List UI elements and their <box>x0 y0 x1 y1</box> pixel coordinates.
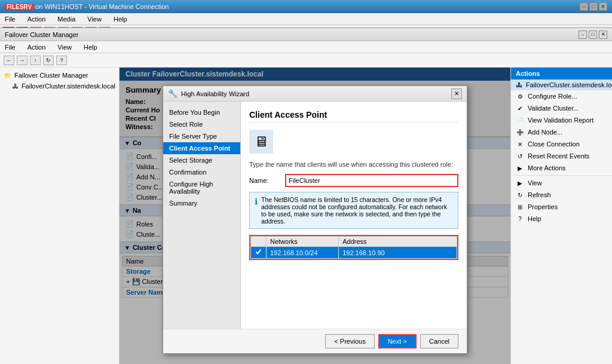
configure-role-icon: ⚙ <box>516 92 524 100</box>
vm-minimize-btn[interactable]: – <box>580 2 588 11</box>
action-properties[interactable]: ⊞ Properties <box>511 201 612 213</box>
configure-role-label: Configure Role... <box>528 93 577 100</box>
action-cluster-label[interactable]: 🖧 FailoverCluster.sistemdesk.local ▲ <box>511 79 612 90</box>
action-cluster-icon: 🖧 <box>516 81 522 88</box>
sidebar-item-root[interactable]: 📁 Failover Cluster Manager <box>0 70 119 81</box>
action-reset-events[interactable]: ↺ Reset Recent Events <box>511 150 612 162</box>
vm-title: FILESRV on WIN11HOST - Virtual Machine C… <box>5 3 580 10</box>
action-validate-cluster[interactable]: ✔ Validate Cluster... <box>511 102 612 114</box>
vm-menu-media[interactable]: Media <box>55 14 78 24</box>
fcm-title: Failover Cluster Manager <box>5 31 79 38</box>
properties-icon: ⊞ <box>516 203 524 211</box>
fcm-titlebar-btns: – □ ✕ <box>579 30 607 39</box>
action-add-node[interactable]: ➕ Add Node... <box>511 126 612 138</box>
action-cluster-text: FailoverCluster.sistemdesk.local <box>526 81 612 88</box>
network-table: Networks Address <box>250 236 457 259</box>
vm-menu-view[interactable]: View <box>85 14 104 24</box>
fcm-minimize-btn[interactable]: – <box>579 30 587 39</box>
properties-label: Properties <box>528 203 558 210</box>
fcm-menu-action[interactable]: Action <box>25 42 48 52</box>
close-connection-icon: ✕ <box>516 140 524 148</box>
fcm-tb-back[interactable]: ← <box>4 56 14 65</box>
add-node-label: Add Node... <box>528 129 562 136</box>
action-view-validation[interactable]: 📄 View Validation Report <box>511 114 612 126</box>
add-node-icon: ➕ <box>516 128 524 136</box>
vm-titlebar-buttons: – □ ✕ <box>580 2 607 11</box>
cluster-icon: 🖧 <box>12 82 19 90</box>
fcm-main: Cluster FailoverCluster.sistemdesk.local… <box>120 68 510 364</box>
action-help[interactable]: ? Help <box>511 213 612 225</box>
validate-label: Validate Cluster... <box>528 105 579 112</box>
reset-events-label: Reset Recent Events <box>528 152 589 160</box>
fcm-menu-file[interactable]: File <box>2 42 18 52</box>
wizard-nav-access-point[interactable]: Client Access Point <box>163 142 240 154</box>
wizard-page-title: Client Access Point <box>249 110 458 123</box>
more-actions-icon: ▶ <box>516 164 524 172</box>
fcm-tb-refresh[interactable]: ↻ <box>43 56 54 65</box>
action-refresh[interactable]: ↻ Refresh <box>511 189 612 201</box>
action-close-connection[interactable]: ✕ Close Connection <box>511 138 612 150</box>
fcm-titlebar: Failover Cluster Manager – □ ✕ <box>0 28 612 41</box>
wizard-titlebar: 🔧 High Availability Wizard ✕ <box>163 86 467 102</box>
fcm-tb-up[interactable]: ↑ <box>30 56 41 65</box>
root-icon: 📁 <box>4 71 12 79</box>
btn-previous[interactable]: < Previous <box>325 334 374 348</box>
vm-close-btn[interactable]: ✕ <box>599 2 607 11</box>
wizard-nav-before[interactable]: Before You Begin <box>163 106 240 118</box>
vm-menu-file[interactable]: File <box>2 14 18 24</box>
wizard-nav-role[interactable]: Select Role <box>163 118 240 130</box>
wizard-dialog: 🔧 High Availability Wizard ✕ Before You … <box>163 85 467 354</box>
wizard-nav-server-type[interactable]: File Server Type <box>163 130 240 142</box>
fcm-close-btn[interactable]: ✕ <box>599 30 607 39</box>
wizard-page-subtitle: 🖥 <box>249 130 458 154</box>
fcm-content: 📁 Failover Cluster Manager 🖧 FailoverClu… <box>0 68 612 364</box>
action-more-actions[interactable]: ▶ More Actions <box>511 162 612 174</box>
network-checkbox-cell <box>251 247 267 259</box>
fcm-maximize-btn[interactable]: □ <box>589 30 597 39</box>
vm-maximize-btn[interactable]: □ <box>589 2 598 11</box>
fcm-actions-panel: Actions 🖧 FailoverCluster.sistemdesk.loc… <box>510 68 612 364</box>
network-checkbox[interactable] <box>255 248 262 256</box>
fcm-sidebar: 📁 Failover Cluster Manager 🖧 FailoverClu… <box>0 68 120 364</box>
view-validation-icon: 📄 <box>516 116 524 124</box>
network-col-check <box>251 237 267 247</box>
name-form-label: Name: <box>249 177 285 184</box>
sidebar-root-label: Failover Cluster Manager <box>14 72 88 79</box>
refresh-label: Refresh <box>528 191 551 198</box>
info-text: The NetBIOS name is limited to 15 charac… <box>261 196 453 225</box>
sidebar-cluster-label: FailoverCluster.sistemdesk.local <box>22 82 115 90</box>
name-input[interactable] <box>285 174 458 187</box>
info-box: ℹ The NetBIOS name is limited to 15 char… <box>249 192 458 229</box>
vm-menu-help[interactable]: Help <box>111 14 130 24</box>
action-view[interactable]: ▶ View <box>511 175 612 189</box>
wizard-content: Client Access Point 🖥 Type the name that… <box>241 102 467 329</box>
validate-icon: ✔ <box>516 104 524 112</box>
wizard-title-text: High Availability Wizard <box>181 90 249 97</box>
wizard-nav-confirmation[interactable]: Confirmation <box>163 166 240 178</box>
vm-hostname-label: FILESRV <box>5 4 33 10</box>
sidebar-item-cluster[interactable]: 🖧 FailoverCluster.sistemdesk.local <box>0 81 119 91</box>
wizard-page-icon-glyph: 🖥 <box>254 133 268 150</box>
btn-cancel[interactable]: Cancel <box>420 334 458 348</box>
wizard-nav-summary[interactable]: Summary <box>163 197 240 209</box>
fcm-menu-help[interactable]: Help <box>81 42 100 52</box>
network-row[interactable]: 192.168.10.0/24 <box>251 247 457 259</box>
action-configure-role[interactable]: ⚙ Configure Role... <box>511 90 612 102</box>
reset-events-icon: ↺ <box>516 152 524 160</box>
fcm-menu-view[interactable]: View <box>55 42 74 52</box>
vm-menu-action[interactable]: Action <box>25 14 48 24</box>
network-address-input[interactable] <box>342 249 453 256</box>
wizard-body: Before You Begin Select Role File Server… <box>163 102 467 329</box>
wizard-nav-storage[interactable]: Select Storage <box>163 154 240 166</box>
wizard-close-btn[interactable]: ✕ <box>451 88 462 99</box>
fcm-tb-help[interactable]: ? <box>56 56 67 65</box>
network-name-cell: 192.168.10.0/24 <box>267 247 339 259</box>
network-table-wrapper: Networks Address <box>249 235 458 260</box>
network-col-address: Address <box>339 237 457 247</box>
fcm-tb-forward[interactable]: → <box>17 56 27 65</box>
wizard-page-icon: 🖥 <box>249 130 273 154</box>
btn-next[interactable]: Next > <box>378 334 417 348</box>
network-address-cell[interactable] <box>339 247 457 259</box>
help-icon: ? <box>516 215 524 223</box>
wizard-nav-configure-ha[interactable]: Configure High Availability <box>163 178 240 197</box>
